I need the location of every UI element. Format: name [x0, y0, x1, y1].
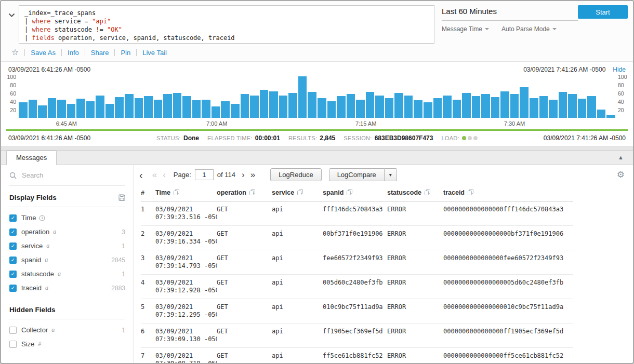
field-checkbox[interactable]: ✓ [9, 257, 17, 264]
logcompare-dropdown-icon[interactable]: ▾ [385, 168, 397, 181]
histogram-bar[interactable] [587, 96, 596, 118]
histogram-bar[interactable] [67, 104, 76, 118]
gear-icon[interactable]: ⚙ [617, 170, 625, 179]
histogram-bar[interactable] [115, 97, 124, 118]
field-checkbox[interactable]: ✓ [9, 271, 17, 278]
prev-page-icon[interactable]: ‹ [163, 170, 166, 179]
histogram-bar[interactable] [578, 99, 587, 118]
copy-icon[interactable] [468, 189, 473, 197]
histogram-bar[interactable] [192, 100, 201, 118]
field-checkbox[interactable]: ✓ [9, 285, 17, 292]
copy-icon[interactable] [297, 189, 303, 197]
table-row[interactable]: 703/09/202107:39:08.718 -0500GETapiff5ce… [141, 348, 573, 363]
histogram-bar[interactable] [279, 96, 288, 118]
collapse-sidebar-icon[interactable]: ‹ [139, 170, 143, 180]
collapse-panel-icon[interactable]: ▲ [618, 154, 624, 160]
next-page-icon[interactable]: › [242, 170, 245, 179]
histogram-bar[interactable] [414, 100, 422, 118]
histogram-bar[interactable] [404, 96, 413, 118]
histogram-bar[interactable] [231, 104, 240, 118]
histogram-bar[interactable] [38, 105, 47, 118]
histogram-bar[interactable] [260, 90, 269, 118]
field-item-collector[interactable]: Collectora1 [9, 323, 125, 337]
histogram-bar[interactable] [221, 101, 230, 118]
start-button[interactable]: Start [578, 5, 628, 19]
copy-icon[interactable] [249, 189, 255, 197]
field-item-traceid[interactable]: ✓traceida2883 [9, 281, 125, 295]
histogram-bar[interactable] [539, 96, 548, 118]
search-input[interactable] [21, 171, 104, 180]
histogram-bar[interactable] [462, 93, 471, 118]
hide-histogram-link[interactable]: Hide [613, 66, 626, 73]
histogram-bar[interactable] [241, 94, 249, 118]
copy-icon[interactable] [347, 189, 352, 197]
histogram-bar[interactable] [510, 94, 519, 118]
field-checkbox[interactable]: ✓ [9, 214, 17, 222]
column-header-traceid[interactable]: traceid [443, 184, 573, 201]
histogram-bar[interactable] [606, 115, 615, 118]
copy-icon[interactable] [425, 189, 430, 197]
table-row[interactable]: 503/09/202107:39:12.295 -0500GETapi010c9… [141, 299, 573, 323]
histogram-bar[interactable] [269, 91, 278, 118]
column-header-spanid[interactable]: spanid [323, 184, 387, 201]
histogram-bar[interactable] [443, 96, 452, 118]
histogram-bar[interactable] [356, 100, 365, 118]
histogram-bar[interactable] [366, 92, 375, 118]
field-item-operation[interactable]: ✓operationa3 [9, 225, 125, 239]
page-number-input[interactable] [195, 169, 214, 180]
action-link-save-as[interactable]: Save As [31, 49, 56, 57]
table-row[interactable]: 303/09/202107:39:14.793 -0500GETapifee60… [141, 250, 573, 275]
time-range-selector[interactable]: Last 60 Minutes [442, 5, 578, 21]
query-editor[interactable]: _index=_trace_spans| where service = "ap… [19, 5, 434, 44]
auto-parse-dropdown[interactable]: Auto Parse Mode [501, 25, 557, 33]
field-item-statuscode[interactable]: ✓statuscodea1 [9, 267, 125, 281]
histogram-bar[interactable] [288, 93, 297, 118]
histogram-bar[interactable] [559, 92, 567, 118]
histogram-bar[interactable] [212, 106, 220, 118]
histogram-bar[interactable] [173, 93, 182, 118]
field-checkbox[interactable] [9, 327, 17, 334]
histogram-bar[interactable] [163, 94, 172, 118]
tab-messages[interactable]: Messages [6, 151, 57, 165]
field-item-spanid[interactable]: ✓spanida2845 [9, 253, 125, 267]
chevron-down-icon[interactable] [5, 5, 19, 20]
save-fields-icon[interactable] [118, 194, 125, 201]
histogram-bar[interactable] [250, 96, 259, 118]
field-checkbox[interactable]: ✓ [9, 228, 17, 236]
table-row[interactable]: 103/09/202107:39:23.516 -0500GETapifff14… [141, 201, 573, 226]
histogram-bar[interactable] [530, 98, 538, 118]
column-header-time[interactable]: Time [155, 184, 217, 201]
histogram-bar[interactable] [500, 91, 509, 118]
histogram-bar[interactable] [453, 100, 461, 118]
histogram-bar[interactable] [568, 94, 577, 118]
histogram-bar[interactable] [135, 98, 143, 118]
histogram-bar[interactable] [394, 93, 403, 118]
column-header-num[interactable]: # [141, 184, 155, 201]
histogram-bar[interactable] [424, 102, 432, 118]
field-checkbox[interactable]: ✓ [9, 242, 17, 250]
field-checkbox[interactable] [9, 341, 17, 348]
histogram-bar[interactable] [48, 98, 57, 118]
histogram-bar[interactable] [318, 98, 326, 118]
histogram-bar[interactable] [125, 94, 134, 118]
histogram-bar[interactable] [308, 92, 316, 118]
field-item-time[interactable]: ✓Time [9, 211, 125, 225]
last-page-icon[interactable]: » [250, 170, 255, 179]
logcompare-button[interactable]: LogCompare [329, 168, 385, 181]
histogram-bar[interactable] [481, 94, 490, 118]
histogram-bar[interactable] [347, 94, 355, 118]
histogram-bar[interactable] [86, 101, 95, 118]
histogram-bar[interactable] [96, 96, 104, 118]
logreduce-button[interactable]: LogReduce [270, 168, 322, 181]
histogram-bar[interactable] [144, 96, 153, 118]
action-link-share[interactable]: Share [91, 49, 109, 57]
histogram-bar[interactable] [433, 98, 442, 118]
histogram-bar[interactable] [202, 100, 210, 118]
copy-icon[interactable] [174, 189, 179, 197]
histogram-bar[interactable] [549, 100, 558, 118]
histogram-bar[interactable] [375, 96, 384, 118]
field-item-size[interactable]: Size# [9, 337, 125, 351]
column-header-service[interactable]: service [272, 184, 323, 201]
histogram-bar[interactable] [57, 100, 66, 118]
histogram-bar[interactable] [76, 99, 85, 118]
